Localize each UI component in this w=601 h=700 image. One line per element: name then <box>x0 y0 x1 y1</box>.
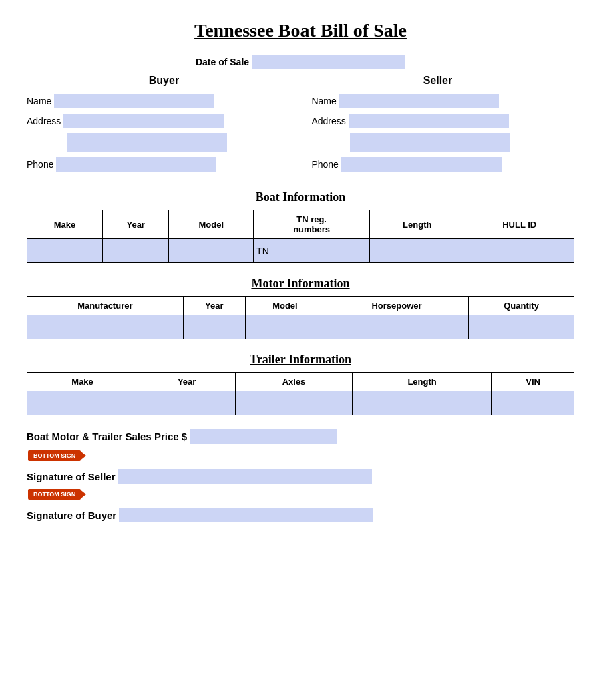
buyer-signature-input[interactable] <box>119 508 373 522</box>
trailer-info-table: Make Year Axles Length VIN <box>27 372 574 415</box>
page-title: Tennessee Boat Bill of Sale <box>27 20 574 41</box>
trailer-col-make: Make <box>27 373 138 391</box>
motor-col-year: Year <box>183 297 245 315</box>
trailer-make-cell[interactable] <box>27 391 138 415</box>
buyer-header: Buyer <box>149 75 179 87</box>
motor-col-horsepower: Horsepower <box>325 297 468 315</box>
buyer-address-input[interactable] <box>63 114 224 128</box>
buyer-name-input[interactable] <box>54 94 214 108</box>
seller-name-label: Name <box>311 96 336 106</box>
buyer-sig-label: Signature of Buyer <box>27 510 116 521</box>
boat-col-make: Make <box>27 210 103 239</box>
trailer-col-year: Year <box>138 373 236 391</box>
buyer-phone-input[interactable] <box>56 157 216 172</box>
motor-year-cell[interactable] <box>183 315 245 339</box>
motor-col-model: Model <box>245 297 325 315</box>
seller-address-input[interactable] <box>349 114 509 128</box>
motor-col-manufacturer: Manufacturer <box>27 297 184 315</box>
buyer-sign-button[interactable]: BOTTOM SIGN <box>28 489 81 500</box>
trailer-year-cell[interactable] <box>138 391 236 415</box>
seller-address2-input[interactable] <box>350 133 510 152</box>
boat-info-table: Make Year Model TN reg.numbers Length HU… <box>27 210 574 263</box>
boat-col-model: Model <box>169 210 254 239</box>
motor-quantity-cell[interactable] <box>469 315 574 339</box>
date-input[interactable] <box>252 55 405 69</box>
boat-make-cell[interactable] <box>27 239 103 263</box>
trailer-axles-cell[interactable] <box>236 391 353 415</box>
boat-info-title: Boat Information <box>27 190 574 204</box>
motor-info-title: Motor Information <box>27 277 574 291</box>
boat-model-cell[interactable] <box>169 239 254 263</box>
seller-phone-label: Phone <box>311 159 338 170</box>
seller-address-label: Address <box>311 116 345 126</box>
trailer-length-cell[interactable] <box>352 391 491 415</box>
boat-col-hull-id: HULL ID <box>465 210 574 239</box>
boat-col-year: Year <box>103 210 169 239</box>
motor-model-cell[interactable] <box>245 315 325 339</box>
boat-year-cell[interactable] <box>103 239 169 263</box>
seller-sig-label: Signature of Seller <box>27 471 116 482</box>
motor-col-quantity: Quantity <box>469 297 574 315</box>
boat-col-length: Length <box>370 210 465 239</box>
trailer-col-length: Length <box>352 373 491 391</box>
trailer-vin-cell[interactable] <box>492 391 574 415</box>
buyer-address-label: Address <box>27 116 61 126</box>
motor-info-table: Manufacturer Year Model Horsepower Quant… <box>27 296 574 339</box>
buyer-address2-input[interactable] <box>67 133 227 152</box>
motor-manufacturer-cell[interactable] <box>27 315 184 339</box>
trailer-col-axles: Axles <box>236 373 353 391</box>
seller-header: Seller <box>423 75 453 87</box>
buyer-name-label: Name <box>27 96 51 106</box>
seller-sign-button[interactable]: BOTTOM SIGN <box>28 450 81 461</box>
date-label: Date of Sale <box>196 57 249 67</box>
trailer-col-vin: VIN <box>492 373 574 391</box>
boat-tn-reg-cell[interactable]: TN <box>254 239 370 263</box>
seller-signature-input[interactable] <box>118 469 372 484</box>
sales-price-label: Boat Motor & Trailer Sales Price $ <box>27 431 187 442</box>
seller-phone-input[interactable] <box>341 157 502 172</box>
sales-price-input[interactable] <box>190 429 337 444</box>
boat-length-cell[interactable] <box>370 239 465 263</box>
boat-hull-id-cell[interactable] <box>465 239 574 263</box>
trailer-info-title: Trailer Information <box>27 353 574 367</box>
seller-name-input[interactable] <box>339 94 499 108</box>
buyer-phone-label: Phone <box>27 159 53 170</box>
motor-horsepower-cell[interactable] <box>325 315 468 339</box>
boat-col-tn-reg: TN reg.numbers <box>254 210 370 239</box>
